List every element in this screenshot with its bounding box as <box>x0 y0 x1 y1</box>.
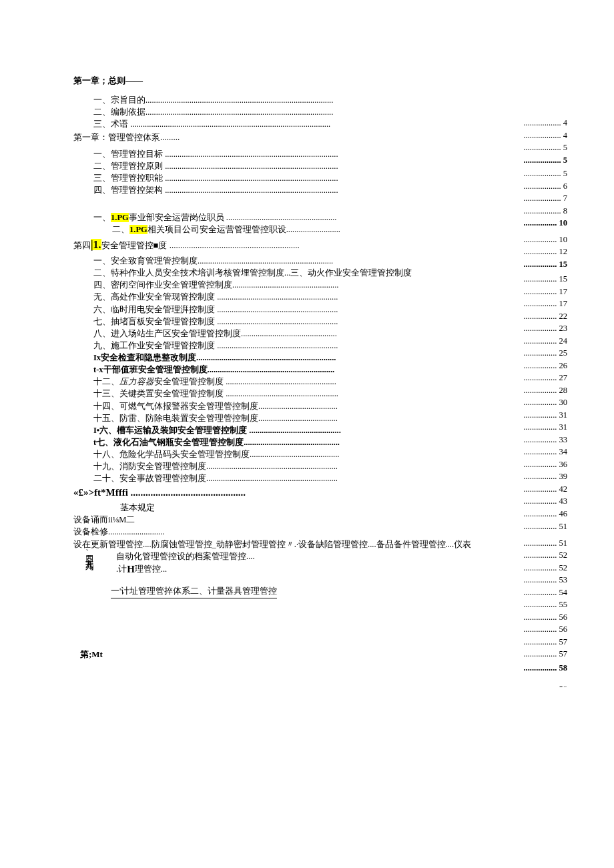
entry-text: 设在更新管理管控....防腐蚀管理管控_动静密封管理管控〃.·设备缺陷管理管控.… <box>73 538 471 550</box>
page-number: ................ 54 <box>523 586 567 599</box>
toc-entry: 十八、危险化学品码头安全管理管控制度......................… <box>73 448 567 460</box>
heading-text: 第一章；总则—— <box>73 75 143 87</box>
chapter-heading: 第四|1.安全管理管控■度 ..........................… <box>73 237 567 252</box>
page-number: ................ 57 <box>523 648 567 661</box>
page-number: ................ 39 <box>523 470 567 483</box>
page-number: ................ 15 <box>523 273 567 286</box>
entry-text: 自动化管理管控设的档案管理管控.... <box>116 550 255 562</box>
page-number: ................ 57 <box>523 636 567 648</box>
entry-text: 二、编制依据..................................… <box>93 106 333 118</box>
suffix: 安全管理管控制度 ...............................… <box>154 377 336 386</box>
page-number: ................ 10 <box>523 234 567 246</box>
toc-entry: 设备检修........................... <box>73 526 567 538</box>
big-letter: H <box>127 564 135 574</box>
page-number: .................. 5 <box>523 167 567 180</box>
prefix: 二、 <box>112 225 129 234</box>
page-number: ................ 22 <box>523 310 567 323</box>
page-numbers-column: .................. 4.................. 4… <box>523 117 567 687</box>
page-number: ................ 58 <box>523 683 567 687</box>
chapter-heading: «£»>ft*Mfffi ...........................… <box>73 486 567 500</box>
entry-text: 三、术语 ...................................… <box>93 118 330 130</box>
prefix: 一、 <box>93 213 111 222</box>
toc-entry: t七、液化石油气钢瓶安全管理管控制度......................… <box>73 436 567 448</box>
entry-text: 四、密闭空间作业安全管理管控制度........................… <box>93 279 338 291</box>
entry-text: 一、宗旨目的..................................… <box>93 94 333 106</box>
toc-entry: 二、管理管控原则 ...............................… <box>73 160 567 172</box>
toc-body: 第一章；总则—— 一、宗旨目的.........................… <box>73 75 567 661</box>
toc-entry: 二、1.PG相关项目公司安全运营管理管控职设..................… <box>73 224 567 236</box>
page-number: ................ 43 <box>523 495 567 508</box>
toc-entry: 一、安全致育管理管控制度............................… <box>73 255 567 267</box>
toc-page: 第一章；总则—— 一、宗旨目的.........................… <box>0 0 614 687</box>
page-number: ................ 31 <box>523 409 567 422</box>
toc-entry: 四、管理管控架构 ...............................… <box>73 184 567 196</box>
toc-entry: 三、管理管控职能 ...............................… <box>73 172 567 184</box>
entry-text: 一、1.PG事业部安全运营岗位职员 ......................… <box>93 211 336 224</box>
toc-entry: 十二、压力容器安全管理管控制度 ........................… <box>73 376 567 388</box>
entry-text: 三、管理管控职能 ...............................… <box>93 172 338 184</box>
chapter-heading: 第;Mt <box>73 648 567 661</box>
page-number: ................ 17 <box>523 298 567 310</box>
toc-entry: 一、管理管控目标 ...............................… <box>73 148 567 160</box>
page-number: ................ 26 <box>523 360 567 372</box>
toc-entry: 九、施工作业安全管理管控制度 .........................… <box>73 340 567 352</box>
highlight: |1. <box>91 239 101 250</box>
toc-entry: Ix安全检查和隐患整改制度...........................… <box>73 352 567 364</box>
entry-text: 一、安全致育管理管控制度............................… <box>93 255 333 267</box>
entry-text: Ix安全检查和隐患整改制度...........................… <box>93 352 336 364</box>
suffix: 安全管理管控■度 ...............................… <box>101 240 300 250</box>
page-number: .................. 5 <box>523 154 567 167</box>
toc-entry: t-x干部值班安全管理管控制度.........................… <box>73 364 567 376</box>
entry-text: 十五、防雷、防除电装置安全管理管控制度.....................… <box>93 412 338 424</box>
toc-entry: 四、密闭空间作业安全管理管控制度........................… <box>73 279 567 291</box>
entry-text: .计H理管控... <box>116 562 167 577</box>
entry-text: 茎本规定 <box>120 502 155 514</box>
page-number: ................ 56 <box>523 623 567 636</box>
toc-entry: 十四、可燃气气体报警器安全管理管控制度.....................… <box>73 400 567 412</box>
toc-entry: 十五、防雷、防除电装置安全管理管控制度.....................… <box>73 412 567 424</box>
entry-text: 十二、压力容器安全管理管控制度 ........................… <box>93 376 336 388</box>
page-number: .................. 4 <box>523 117 567 129</box>
vertical-numbers: 二三四、九六七八九 <box>85 550 93 614</box>
entry-text: 九、施工作业安全管理管控制度 .........................… <box>93 340 338 352</box>
entry-text: 二、1.PG相关项目公司安全运营管理管控职设..................… <box>112 224 340 236</box>
vertical-side-text: 自动化管理管控设的档案管理管控.... .计H理管控... 一'计址管理管捽体系… <box>93 550 277 598</box>
page-number: ................ 46 <box>523 508 567 520</box>
toc-entry: 十三、关键类置安全管理管控制度 ........................… <box>73 388 567 400</box>
page-number: ................ 52 <box>523 549 567 562</box>
suffix: 相关项目公司安全运营管理管控职设........................… <box>147 225 340 234</box>
toc-entry: 十九、消防安全管理管控制度...........................… <box>73 460 567 472</box>
page-number: ................ 53 <box>523 574 567 586</box>
vertical-block: 二三四、九六七八九 自动化管理管控设的档案管理管控.... .计H理管控... … <box>73 550 567 614</box>
heading-text: «£»>ft*Mfffi ...........................… <box>73 486 246 500</box>
highlight: 1.PG <box>111 213 129 222</box>
page-number: ................ 30 <box>523 396 567 409</box>
page-number: ................ 56 <box>523 611 567 624</box>
page-number: ................ 34 <box>523 446 567 458</box>
italic-part: 压力容器 <box>119 377 154 386</box>
page-number: .................. 6 <box>523 180 567 193</box>
page-number: .................. 7 <box>523 192 567 205</box>
highlight: 1.PG <box>129 225 147 234</box>
entry-text: 二、特种作业人员安全技术培训考核管埋管控制度...三、动火作业安全管理管控制度 <box>93 267 412 279</box>
entry-text: 一'计址管理管捽体系二、计量器具管理管控 <box>111 585 277 598</box>
suffix: 事业部安全运营岗位职员 ............................… <box>129 213 337 222</box>
chapter-heading: 第一章；总则—— <box>73 75 567 87</box>
entry-text: 无、高处作业安全管现管控制度 .........................… <box>93 291 338 303</box>
page-number: ................ 12 <box>523 246 567 258</box>
page-number: .................. 4 <box>523 129 567 142</box>
toc-entry: 无、高处作业安全管现管控制度 .........................… <box>73 291 567 303</box>
toc-entry: 二、特种作业人员安全技术培训考核管埋管控制度...三、动火作业安全管理管控制度 <box>73 267 567 279</box>
toc-entry: 二、编制依据..................................… <box>73 106 567 118</box>
heading-text: 第;Mt <box>80 648 103 661</box>
page-number: ................ 51 <box>523 537 567 550</box>
toc-entry: 八、进入场站生产区安全管理管控制度.......................… <box>73 328 567 340</box>
prefix: 第四 <box>73 240 91 250</box>
toc-entry: 设在更新管理管控....防腐蚀管理管控_动静密封管理管控〃.·设备缺陷管理管控.… <box>73 538 567 550</box>
page-number: ................ 31 <box>523 421 567 434</box>
page-number: ................ 10 <box>523 217 567 230</box>
suffix: 理管控... <box>135 564 167 574</box>
toc-entry: 七、抽堵盲板安全管理管控制度 .........................… <box>73 316 567 328</box>
entry-text: 四、管理管控架构 ...............................… <box>93 184 338 196</box>
page-number: ................ 23 <box>523 322 567 335</box>
